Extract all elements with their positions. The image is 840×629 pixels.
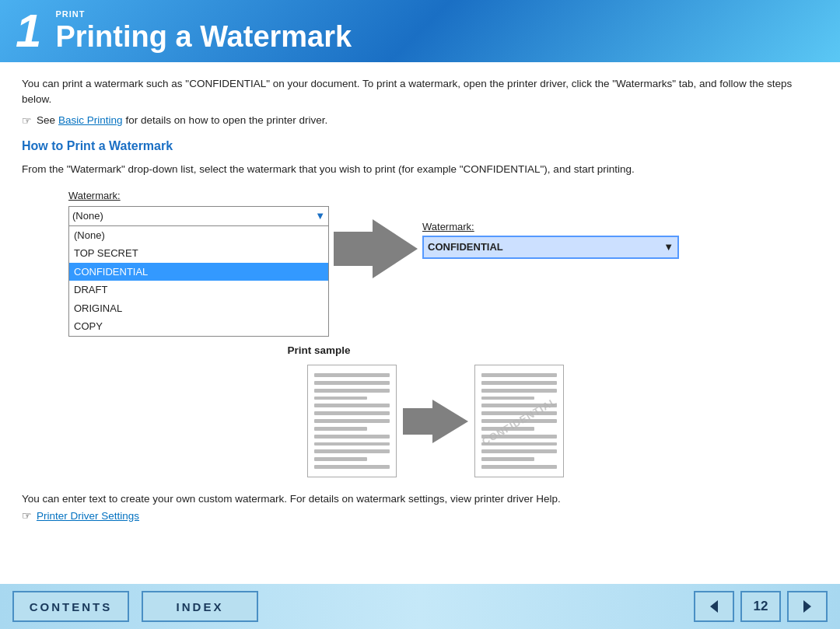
doc-line bbox=[481, 389, 557, 393]
doc-line bbox=[481, 442, 557, 446]
list-item[interactable]: TOP SECRET bbox=[69, 244, 328, 263]
doc-line bbox=[314, 449, 390, 453]
bottom-text: You can enter text to create your own cu… bbox=[0, 493, 840, 505]
memo-icon: ☞ bbox=[22, 113, 32, 129]
doc-line bbox=[314, 465, 390, 469]
doc-line bbox=[481, 427, 534, 431]
doc-line bbox=[481, 449, 557, 453]
small-arrow-container bbox=[397, 400, 474, 443]
list-item[interactable]: DRAFT bbox=[69, 281, 328, 299]
doc-line bbox=[481, 419, 557, 423]
doc-line bbox=[314, 442, 390, 446]
print-sample-row: CONFIDENTIAL bbox=[307, 365, 564, 477]
see-link-row: ☞ See Basic Printing for details on how … bbox=[22, 113, 818, 129]
left-dropdown-group: Watermark: (None) ▼ (None) TOP SECRET CO… bbox=[68, 188, 329, 337]
doc-line bbox=[481, 465, 557, 469]
dropdown-selected-value[interactable]: (None) ▼ bbox=[69, 207, 328, 226]
doc-line bbox=[314, 457, 367, 461]
result-value: CONFIDENTIAL bbox=[428, 239, 503, 255]
watermark-dropdown[interactable]: (None) ▼ (None) TOP SECRET CONFIDENTIAL … bbox=[68, 206, 329, 337]
doc-line bbox=[314, 404, 390, 407]
doc-line bbox=[314, 411, 390, 415]
next-arrow-icon bbox=[799, 598, 816, 615]
list-item[interactable]: ORIGINAL bbox=[69, 299, 328, 318]
arrow-container bbox=[329, 219, 422, 278]
list-item-confidential[interactable]: CONFIDENTIAL bbox=[69, 263, 328, 281]
svg-marker-0 bbox=[710, 600, 718, 613]
doc-line bbox=[314, 427, 367, 431]
prev-page-button[interactable] bbox=[694, 591, 734, 622]
result-arrow-icon: ▼ bbox=[663, 239, 674, 255]
svg-marker-1 bbox=[803, 600, 811, 613]
doc-line bbox=[481, 404, 557, 407]
intro-paragraph: You can print a watermark such as "CONFI… bbox=[22, 76, 818, 108]
doc-line bbox=[314, 419, 390, 423]
main-content: You can print a watermark such as "CONFI… bbox=[0, 62, 840, 493]
basic-printing-link[interactable]: Basic Printing bbox=[58, 113, 123, 128]
watermark-label: Watermark: bbox=[68, 188, 329, 204]
print-sample-label: Print sample bbox=[287, 343, 350, 358]
print-sample-area: Print sample bbox=[22, 343, 818, 477]
doc-line bbox=[314, 435, 390, 439]
header-text-group: PRINT Printing a Watermark bbox=[55, 9, 352, 54]
how-to-section-title: How to Print a Watermark bbox=[22, 137, 818, 156]
chapter-number: 1 bbox=[16, 8, 41, 54]
list-item[interactable]: COPY bbox=[69, 317, 328, 336]
doc-line bbox=[314, 373, 390, 377]
list-item[interactable]: (None) bbox=[69, 226, 328, 245]
selected-text: (None) bbox=[72, 208, 103, 224]
doc-line bbox=[481, 397, 534, 400]
section-description: From the "Watermark" drop-down list, sel… bbox=[22, 162, 818, 177]
document-preview-before bbox=[307, 365, 397, 477]
dropdown-arrow-icon: ▼ bbox=[315, 208, 325, 224]
doc-line bbox=[314, 397, 367, 400]
bottom-link-row: ☞ Printer Driver Settings bbox=[0, 509, 840, 522]
doc-line bbox=[314, 389, 390, 393]
footer: CONTENTS INDEX 12 bbox=[0, 584, 840, 629]
see-text: See bbox=[37, 113, 55, 128]
see-suffix: for details on how to open the printer d… bbox=[126, 113, 328, 128]
footer-nav: 12 bbox=[694, 591, 828, 622]
result-dropdown[interactable]: CONFIDENTIAL ▼ bbox=[422, 236, 679, 259]
dropdown-list: (None) TOP SECRET CONFIDENTIAL DRAFT ORI… bbox=[69, 226, 328, 336]
page-header: 1 PRINT Printing a Watermark bbox=[0, 0, 840, 62]
contents-button[interactable]: CONTENTS bbox=[12, 591, 129, 622]
doc-line bbox=[481, 411, 557, 415]
document-preview-after: CONFIDENTIAL bbox=[474, 365, 564, 477]
prev-arrow-icon bbox=[705, 598, 723, 615]
doc-line bbox=[481, 435, 557, 439]
memo-icon-2: ☞ bbox=[22, 509, 32, 522]
demo-area: Watermark: (None) ▼ (None) TOP SECRET CO… bbox=[68, 188, 818, 337]
result-watermark-label: Watermark: bbox=[422, 219, 679, 235]
doc-line bbox=[481, 381, 557, 385]
page-number: 12 bbox=[740, 591, 781, 622]
page-title: Printing a Watermark bbox=[55, 20, 352, 54]
section-label: PRINT bbox=[55, 9, 352, 19]
result-dropdown-group: Watermark: CONFIDENTIAL ▼ bbox=[422, 219, 679, 259]
index-button[interactable]: INDEX bbox=[142, 591, 258, 622]
doc-line bbox=[314, 381, 390, 385]
doc-line bbox=[481, 373, 557, 377]
next-page-button[interactable] bbox=[787, 591, 828, 622]
printer-driver-settings-link[interactable]: Printer Driver Settings bbox=[37, 510, 139, 522]
doc-line bbox=[481, 457, 534, 461]
